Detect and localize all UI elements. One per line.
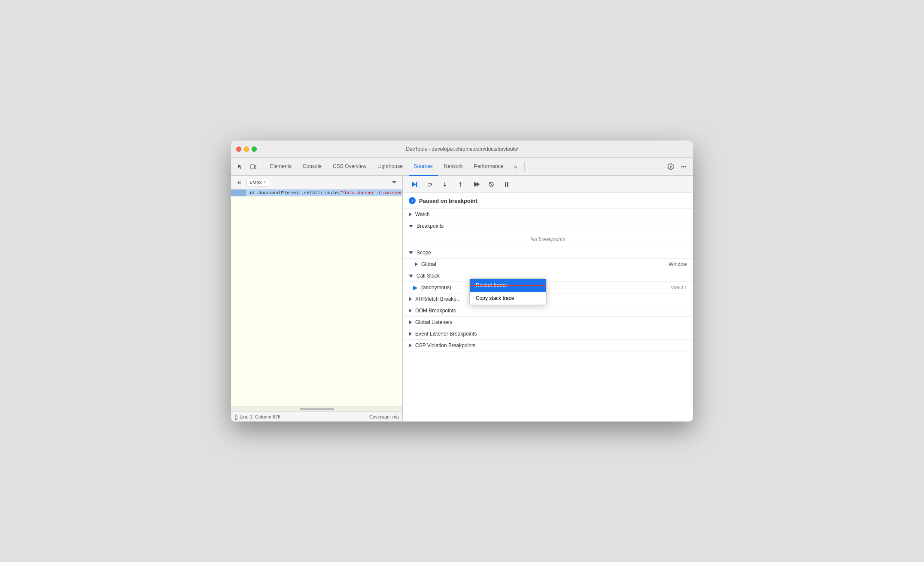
pause-on-exception-button[interactable]	[501, 178, 513, 190]
debugger-content: i Paused on breakpoint Watch Breakpoints…	[403, 193, 693, 422]
frame-location: VM63:1	[671, 285, 687, 290]
event-listener-section-header[interactable]: Event Listener Breakpoints	[403, 328, 693, 340]
sources-panel: VM63 × 1 nt.documentElement.setAttribute…	[231, 176, 403, 422]
restart-frame-label: Restart frame	[476, 282, 507, 288]
statusbar-left: {} Line 1, Column 676	[234, 414, 280, 420]
tab-elements[interactable]: Elements	[265, 158, 297, 176]
svg-rect-1	[255, 165, 256, 168]
settings-button[interactable]	[665, 161, 677, 173]
svg-rect-0	[251, 165, 254, 169]
deactivate-breakpoints-button[interactable]	[485, 178, 497, 190]
svg-point-3	[683, 166, 684, 167]
csp-violation-label: CSP Violation Breakpoints	[415, 342, 475, 348]
svg-marker-15	[459, 182, 462, 183]
svg-rect-20	[505, 182, 506, 187]
minimize-button[interactable]	[244, 147, 249, 152]
breakpoints-label: Breakpoints	[416, 223, 444, 229]
watch-triangle-icon	[409, 212, 412, 217]
step-into-button[interactable]	[439, 178, 451, 190]
tab-console[interactable]: Console	[298, 158, 327, 176]
step-over-button[interactable]	[423, 178, 435, 190]
global-listeners-label: Global Listeners	[415, 319, 453, 325]
title-bar: DevTools - developer.chrome.com/docs/dev…	[231, 140, 693, 158]
copy-stack-trace-menu-item[interactable]: Copy stack trace	[470, 292, 546, 305]
svg-marker-8	[412, 182, 416, 187]
watch-label: Watch	[415, 211, 430, 217]
main-toolbar: Elements Console CSS Overview Lighthouse…	[231, 158, 693, 176]
close-button[interactable]	[236, 147, 241, 152]
more-tabs-button[interactable]: »	[510, 161, 522, 173]
xhr-triangle-icon	[409, 297, 412, 301]
sources-sub-toolbar: VM63 ×	[231, 176, 402, 189]
paused-banner: i Paused on breakpoint	[403, 193, 693, 209]
tab-network[interactable]: Network	[439, 158, 468, 176]
csp-triangle-icon	[409, 343, 412, 348]
step-out-button[interactable]	[454, 178, 466, 190]
breakpoints-section-header[interactable]: Breakpoints	[403, 220, 693, 232]
customize-button[interactable]	[678, 161, 690, 173]
call-stack-label: Call Stack	[416, 273, 440, 279]
csp-violation-section-header[interactable]: CSP Violation Breakpoints	[403, 340, 693, 351]
copy-stack-trace-label: Copy stack trace	[476, 295, 514, 301]
call-stack-section-header[interactable]: Call Stack	[403, 270, 693, 282]
active-frame-icon: ▶	[413, 284, 418, 291]
call-stack-section: ▶ (anonymous) VM63:1 Restart frame Copy …	[403, 282, 693, 293]
step-back-button[interactable]	[234, 178, 244, 187]
info-icon: i	[409, 197, 416, 204]
tab-sources[interactable]: Sources	[409, 158, 438, 176]
breakpoints-triangle-icon	[409, 225, 413, 228]
dom-breakpoints-label: DOM Breakpoints	[415, 308, 456, 314]
global-listeners-triangle-icon	[409, 320, 412, 324]
global-value: Window	[669, 261, 687, 267]
tab-performance[interactable]: Performance	[469, 158, 509, 176]
devtools-body: VM63 × 1 nt.documentElement.setAttribute…	[231, 176, 693, 422]
vm63-label: VM63	[249, 180, 262, 185]
toolbar-separator	[262, 162, 262, 171]
context-menu: Restart frame Copy stack trace	[469, 278, 547, 305]
devtools-window: DevTools - developer.chrome.com/docs/dev…	[231, 140, 693, 422]
vm63-close[interactable]: ×	[264, 180, 266, 185]
fullscreen-button[interactable]	[252, 147, 257, 152]
paused-message: Paused on breakpoint	[419, 198, 477, 204]
global-triangle-icon	[415, 262, 418, 266]
tab-css-overview[interactable]: CSS Overview	[328, 158, 371, 176]
line-number-1: 1	[231, 189, 246, 196]
global-listeners-section-header[interactable]: Global Listeners	[403, 317, 693, 328]
step-button[interactable]	[470, 178, 482, 190]
scope-section-header[interactable]: Scope	[403, 247, 693, 259]
code-content-1: nt.documentElement.setAttribute("data-ba…	[246, 189, 402, 196]
vm63-tab[interactable]: VM63 ×	[246, 179, 269, 186]
tab-lighthouse[interactable]: Lighthouse	[372, 158, 408, 176]
svg-marker-7	[392, 181, 396, 183]
sources-statusbar: {} Line 1, Column 676 Coverage: n/a	[231, 411, 402, 422]
scrollbar-thumb[interactable]	[300, 408, 334, 410]
format-button[interactable]: {}	[234, 414, 238, 420]
code-area[interactable]: 1 nt.documentElement.setAttribute("data-…	[231, 189, 402, 406]
svg-rect-9	[416, 182, 417, 187]
global-section-header[interactable]: Global Window	[403, 259, 693, 270]
scope-triangle-icon	[409, 251, 413, 254]
debugger-toolbar	[403, 176, 693, 193]
no-breakpoints-text: No breakpoints	[403, 232, 693, 247]
xhr-fetch-section-header[interactable]: XHR/fetch Breakp...	[403, 293, 693, 305]
svg-point-4	[685, 166, 686, 167]
callstack-triangle-icon	[409, 275, 413, 278]
dom-breakpoints-section-header[interactable]: DOM Breakpoints	[403, 305, 693, 317]
dom-triangle-icon	[409, 308, 412, 313]
scope-label: Scope	[416, 250, 431, 256]
watch-section-header[interactable]: Watch	[403, 209, 693, 220]
device-toolbar-button[interactable]	[247, 161, 259, 173]
inspect-tool-button[interactable]	[234, 161, 246, 173]
code-line-1: 1 nt.documentElement.setAttribute("data-…	[231, 189, 402, 196]
sources-more-button[interactable]	[389, 178, 399, 187]
svg-rect-21	[507, 182, 508, 187]
event-listener-triangle-icon	[409, 332, 412, 336]
horizontal-scrollbar[interactable]	[231, 406, 402, 411]
traffic-lights	[236, 147, 257, 152]
resume-button[interactable]	[408, 178, 420, 190]
anonymous-frame[interactable]: ▶ (anonymous) VM63:1	[403, 282, 693, 293]
xhr-fetch-label: XHR/fetch Breakp...	[415, 296, 461, 302]
restart-frame-menu-item[interactable]: Restart frame	[470, 279, 546, 292]
cursor-position: Line 1, Column 676	[240, 414, 280, 419]
svg-marker-13	[444, 185, 446, 187]
